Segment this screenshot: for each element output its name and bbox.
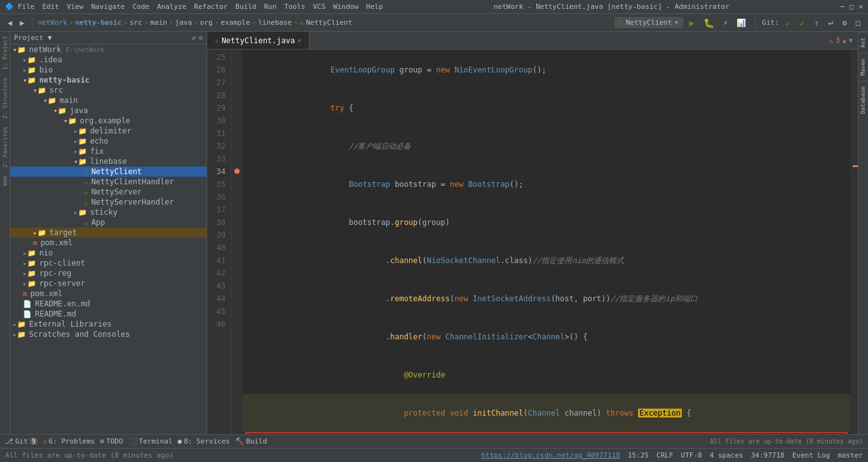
status-link[interactable]: https://blog.csdn.net/qq_40977118 <box>481 451 620 459</box>
tree-item-rpc-server[interactable]: ▸📁 rpc-server <box>10 278 207 289</box>
tree-item-scratches[interactable]: ▸📁 Scratches and Consoles <box>10 329 207 339</box>
debug-button[interactable]: 🐛 <box>701 17 717 29</box>
git-check[interactable]: ✓ <box>783 17 793 29</box>
warning-icon: ⚠ <box>829 36 833 45</box>
tree-item-nettyserverhandler[interactable]: ☕ NettyServerHandler <box>10 197 207 207</box>
build-status[interactable]: 🔨 Build <box>235 437 267 445</box>
tree-item-netWork[interactable]: ▾📁 netWork E:\netWork <box>10 44 207 55</box>
maven-panel-tab[interactable]: Maven <box>858 53 868 81</box>
bc-example[interactable]: example <box>220 18 250 27</box>
project-panel-tab[interactable]: 1: Project <box>1 32 10 74</box>
tree-item-sticky[interactable]: ▸📁 sticky <box>10 207 207 217</box>
menu-file[interactable]: File <box>18 3 35 11</box>
menu-run[interactable]: Run <box>264 3 276 11</box>
bc-netWork[interactable]: netWork <box>37 18 67 27</box>
menu-help[interactable]: Help <box>366 3 383 11</box>
bc-java[interactable]: java <box>175 18 193 27</box>
menu-build[interactable]: Build <box>235 3 256 11</box>
git-revert[interactable]: ↩ <box>825 17 836 29</box>
tab-close-btn[interactable]: ✕ <box>297 37 301 44</box>
menu-bar[interactable]: File Edit View Navigate Code Analyze Ref… <box>18 3 383 11</box>
close-btn[interactable]: ✕ <box>858 3 863 11</box>
minimize-btn[interactable]: ─ <box>840 3 844 11</box>
run-button[interactable]: ▶ <box>687 17 697 29</box>
run-config-label[interactable]: NettyClient <box>626 18 672 27</box>
tree-item-fix[interactable]: ▸📁 fix <box>10 146 207 156</box>
bc-linebase[interactable]: linebase <box>258 18 292 27</box>
warning-down[interactable]: ▼ <box>849 37 853 44</box>
tree-item-delimiter[interactable]: ▸📁 delimiter <box>10 126 207 136</box>
menu-analyze[interactable]: Analyze <box>157 3 186 11</box>
title-bar: 🔷 File Edit View Navigate Code Analyze R… <box>0 0 868 14</box>
forward-btn[interactable]: ▶ <box>17 17 27 29</box>
gear-icon[interactable]: ⚙ <box>198 34 203 42</box>
tree-item-target[interactable]: ▸📁 target <box>10 228 207 238</box>
tree-item-pom-netty[interactable]: m pom.xml <box>10 238 207 248</box>
tree-item-nettyserver[interactable]: ☕ NettyServer <box>10 187 207 197</box>
settings-btn[interactable]: □ <box>853 17 863 29</box>
git-push[interactable]: ✓ <box>797 17 807 29</box>
menu-tools[interactable]: Tools <box>284 3 305 11</box>
tree-item-nettyclient[interactable]: ☕ NettyClient <box>10 166 207 177</box>
git-settings[interactable]: ⚙ <box>840 17 850 29</box>
bc-org[interactable]: org <box>200 18 213 27</box>
services-status[interactable]: ● 8: Services <box>178 437 230 445</box>
run-config-dropdown[interactable]: ▼ <box>675 19 679 26</box>
tree-item-rpc-reg[interactable]: ▸📁 rpc-reg <box>10 268 207 278</box>
status-encoding[interactable]: CRLF <box>656 451 674 459</box>
menu-vcs[interactable]: VCS <box>313 3 325 11</box>
scroll-track[interactable] <box>850 50 858 434</box>
tree-item-ext-libs[interactable]: ▸📁 External Libraries <box>10 319 207 329</box>
menu-navigate[interactable]: Navigate <box>92 3 125 11</box>
problems-status[interactable]: ⚠ 6: Problems <box>43 437 95 445</box>
tree-item-bio[interactable]: ▸📁 bio <box>10 65 207 75</box>
menu-view[interactable]: View <box>67 3 84 11</box>
terminal-status[interactable]: ⬛ Terminal <box>128 437 173 445</box>
branch-name[interactable]: master <box>837 451 863 459</box>
tree-item-pom-root[interactable]: m pom.xml <box>10 289 207 299</box>
git-pull[interactable]: ↑ <box>811 17 822 29</box>
web-panel-tab[interactable]: Web <box>1 172 10 189</box>
bc-netty-basic[interactable]: netty-basic <box>75 18 121 27</box>
bc-nettyclient[interactable]: NettyClient <box>306 18 352 27</box>
code-line-31: .remoteAddress(new InetSocketAddress(hos… <box>243 280 850 318</box>
git-status[interactable]: ⎇ Git 9 <box>5 437 37 445</box>
favorites-panel-tab[interactable]: 2: Favorites <box>1 123 10 172</box>
tree-item-rpc-client[interactable]: ▸📁 rpc-client <box>10 258 207 268</box>
tree-item-echo[interactable]: ▸📁 echo <box>10 136 207 146</box>
tree-item-idea[interactable]: ▸📁 .idea <box>10 55 207 65</box>
ant-panel-tab[interactable]: Ant <box>858 32 868 53</box>
warning-up[interactable]: ▲ <box>843 37 846 44</box>
coverage-button[interactable]: ⚡ <box>721 17 730 29</box>
restore-btn[interactable]: □ <box>850 3 854 11</box>
code-editor[interactable]: EventLoopGroup group = new NioEventLoopG… <box>243 50 850 434</box>
menu-code[interactable]: Code <box>132 3 149 11</box>
menu-window[interactable]: Window <box>333 3 358 11</box>
tree-item-src[interactable]: ▾📁 src <box>10 85 207 95</box>
sync-icon[interactable]: ⇄ <box>192 34 196 42</box>
tree-item-org-example[interactable]: ▾📁 org.example <box>10 116 207 126</box>
menu-refactor[interactable]: Refactor <box>194 3 227 11</box>
tree-item-readme-en[interactable]: 📄 README.en.md <box>10 299 207 309</box>
structure-panel-tab[interactable]: Z: Structure <box>1 74 10 123</box>
tree-item-nio[interactable]: ▸📁 nio <box>10 248 207 258</box>
tree-item-java[interactable]: ▾📁 java <box>10 105 207 116</box>
tab-nettyclient[interactable]: ☕ NettyClient.java ✕ <box>207 32 309 49</box>
tree-item-netty-basic[interactable]: ▾📁 netty-basic <box>10 75 207 85</box>
todo-status[interactable]: ≡ TODO <box>100 437 123 445</box>
database-panel-tab[interactable]: Database <box>858 81 868 119</box>
status-charset[interactable]: UTF-8 <box>681 451 702 459</box>
file-tree[interactable]: ▾📁 netWork E:\netWork ▸📁 .idea ▸📁 bio ▾📁… <box>10 44 207 434</box>
tree-item-linebase[interactable]: ▾📁 linebase <box>10 156 207 166</box>
tree-item-main[interactable]: ▾📁 main <box>10 95 207 105</box>
tree-item-readme[interactable]: 📄 README.md <box>10 309 207 319</box>
bc-src[interactable]: src <box>130 18 142 27</box>
profile-button[interactable]: 📊 <box>734 17 749 29</box>
event-log[interactable]: Event Log <box>792 451 831 459</box>
tree-item-app[interactable]: ☕ App <box>10 217 207 228</box>
menu-edit[interactable]: Edit <box>43 3 60 11</box>
tree-item-nettyclienthandler[interactable]: ☕ NettyClientHandler <box>10 177 207 187</box>
back-btn[interactable]: ◀ <box>5 17 15 29</box>
status-indent[interactable]: 4 spaces <box>710 451 743 459</box>
bc-main[interactable]: main <box>150 18 167 27</box>
